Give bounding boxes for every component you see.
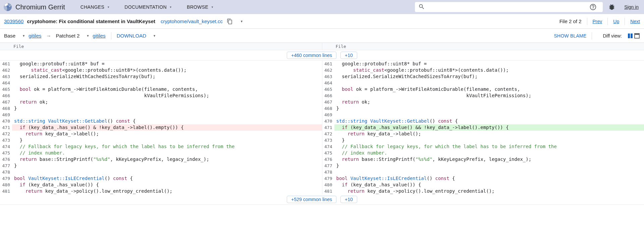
code-line[interactable]: 477} (322, 163, 644, 169)
base-gitiles-link[interactable]: gitiles (29, 33, 41, 39)
code-content: serialized.SerializeWithCachedSizesToArr… (334, 73, 644, 80)
download-link[interactable]: DOWNLOAD (117, 33, 146, 39)
code-line[interactable]: 467 return ok; (0, 99, 322, 105)
code-line[interactable]: 473 } (0, 137, 322, 143)
code-line[interactable]: 467 return ok; (322, 99, 644, 105)
code-line[interactable]: 462 static_cast<google::protobuf::uint8*… (0, 67, 322, 73)
side-by-side-view-icon[interactable] (627, 33, 633, 39)
code-line[interactable]: 477} (0, 163, 322, 169)
base-dropdown-icon[interactable]: ▼ (22, 34, 25, 38)
code-line[interactable]: 461 google::protobuf::uint8* buf = (322, 61, 644, 67)
patchset-dropdown-icon[interactable]: ▼ (86, 34, 89, 38)
help-icon[interactable] (589, 3, 597, 11)
code-line[interactable]: 470std::string VaultKeyset::GetLabel() c… (322, 118, 644, 124)
line-number: 466 (0, 93, 12, 99)
search-input[interactable] (428, 4, 587, 10)
code-line[interactable]: 478 (322, 169, 644, 175)
code-content: static_cast<google::protobuf::uint8*>(co… (12, 67, 322, 73)
code-line[interactable]: 466 kVaultFilePermissions); (0, 93, 322, 99)
expand-common-lines-button[interactable]: +460 common lines (287, 52, 336, 59)
code-line[interactable]: 461 google::protobuf::uint8* buf = (0, 61, 322, 67)
line-number: 473 (322, 137, 334, 143)
nav-browse[interactable]: BROWSE▼ (181, 4, 220, 10)
code-line[interactable]: 463 serialized.SerializeWithCachedSizesT… (0, 73, 322, 80)
brand-title: Chromium Gerrit (15, 3, 65, 11)
code-line[interactable]: 474 // Fallback for legacy keys, for whi… (0, 143, 322, 150)
code-line[interactable]: 479bool VaultKeyset::IsLECredential() co… (0, 175, 322, 182)
code-line[interactable]: 473 } (322, 137, 644, 143)
nav-changes[interactable]: CHANGES▼ (74, 4, 116, 10)
expand-common-lines-button[interactable]: +529 common lines (287, 196, 336, 203)
expand-10-button[interactable]: +10 (340, 196, 357, 203)
file-path-link[interactable]: cryptohome/vault_keyset.cc (161, 18, 223, 24)
code-line[interactable]: 463 serialized.SerializeWithCachedSizesT… (322, 73, 644, 80)
nav-label: DOCUMENTATION (124, 4, 166, 10)
next-file-link[interactable]: Next (630, 19, 640, 24)
code-line[interactable]: 469 (322, 112, 644, 118)
separator (587, 18, 587, 25)
sign-in-link[interactable]: Sign in (624, 4, 639, 10)
download-dropdown-icon[interactable]: ▼ (153, 34, 156, 38)
code-content: if (key_data_.has_value()) { (334, 182, 644, 188)
code-content: bool ok = platform_->WriteFileAtomicDura… (12, 86, 322, 93)
show-blame-button[interactable]: SHOW BLAME (554, 33, 587, 39)
diff-right-side: 461 google::protobuf::uint8* buf =462 st… (322, 61, 644, 194)
file-dropdown-icon[interactable]: ▼ (240, 20, 243, 23)
patchset-gitiles-link[interactable]: gitiles (93, 33, 105, 39)
code-line[interactable]: 469 (0, 112, 322, 118)
expand-10-button[interactable]: +10 (340, 52, 357, 59)
code-line[interactable]: 468} (322, 105, 644, 112)
code-content (334, 80, 644, 86)
bug-icon[interactable] (608, 3, 615, 11)
code-line[interactable]: 471 if (key_data_.has_value() & !key_dat… (0, 124, 322, 131)
line-number: 479 (0, 175, 12, 182)
prev-file-link[interactable]: Prev (593, 19, 602, 24)
line-number: 464 (0, 80, 12, 86)
line-number: 481 (322, 188, 334, 194)
code-line[interactable]: 466 kVaultFilePermissions); (322, 93, 644, 99)
code-line[interactable]: 476 return base::StringPrintf("%s%d", kK… (322, 156, 644, 163)
code-line[interactable]: 465 bool ok = platform_->WriteFileAtomic… (0, 86, 322, 93)
code-content: kVaultFilePermissions); (334, 93, 644, 99)
copy-icon[interactable] (226, 18, 233, 25)
code-line[interactable]: 465 bool ok = platform_->WriteFileAtomic… (322, 86, 644, 93)
code-line[interactable]: 475 // index number. (322, 150, 644, 156)
code-line[interactable]: 464 (0, 80, 322, 86)
code-content: return key_data_->policy().low_entropy_c… (334, 188, 644, 194)
up-link[interactable]: Up (613, 19, 619, 24)
code-line[interactable]: 472 return key_data_->label(); (322, 131, 644, 137)
code-line[interactable]: 481 return key_data_->policy().low_entro… (322, 188, 644, 194)
code-line[interactable]: 480 if (key_data_.has_value()) { (322, 182, 644, 188)
code-line[interactable]: 476 return base::StringPrintf("%s%d", kK… (0, 156, 322, 163)
code-line[interactable]: 462 static_cast<google::protobuf::uint8*… (322, 67, 644, 73)
unified-view-icon[interactable] (634, 33, 640, 39)
change-id-link[interactable]: 3039560 (4, 18, 23, 24)
line-number: 467 (0, 99, 12, 105)
code-line[interactable]: 474 // Fallback for legacy keys, for whi… (322, 143, 644, 150)
line-number: 471 (322, 124, 334, 131)
code-line[interactable]: 480 if (key_data_.has_value()) { (0, 182, 322, 188)
line-number: 466 (322, 93, 334, 99)
line-number: 469 (0, 112, 12, 118)
line-number: 480 (0, 182, 12, 188)
code-line[interactable]: 471 if (key_data_.has_value() && !key_da… (322, 124, 644, 131)
line-number: 477 (322, 163, 334, 169)
code-line[interactable]: 475 // index number. (0, 150, 322, 156)
code-line[interactable]: 468} (0, 105, 322, 112)
context-controls-bottom: +529 common lines +10 (0, 194, 644, 205)
file-header-right-label: File (336, 44, 346, 49)
search-icon (418, 3, 425, 11)
code-content: static_cast<google::protobuf::uint8*>(co… (334, 67, 644, 73)
code-content (334, 112, 644, 118)
code-line[interactable]: 478 (0, 169, 322, 175)
code-content: } (334, 163, 644, 169)
nav-documentation[interactable]: DOCUMENTATION▼ (118, 4, 178, 10)
code-line[interactable]: 470std::string VaultKeyset::GetLabel() c… (0, 118, 322, 124)
code-line[interactable]: 479bool VaultKeyset::IsLECredential() co… (322, 175, 644, 182)
code-line[interactable]: 481 return key_data_->policy().low_entro… (0, 188, 322, 194)
search-box[interactable] (415, 2, 603, 12)
code-line[interactable]: 472 return key_data_->label(); (0, 131, 322, 137)
line-number: 472 (0, 131, 12, 137)
line-number: 478 (0, 169, 12, 175)
code-line[interactable]: 464 (322, 80, 644, 86)
